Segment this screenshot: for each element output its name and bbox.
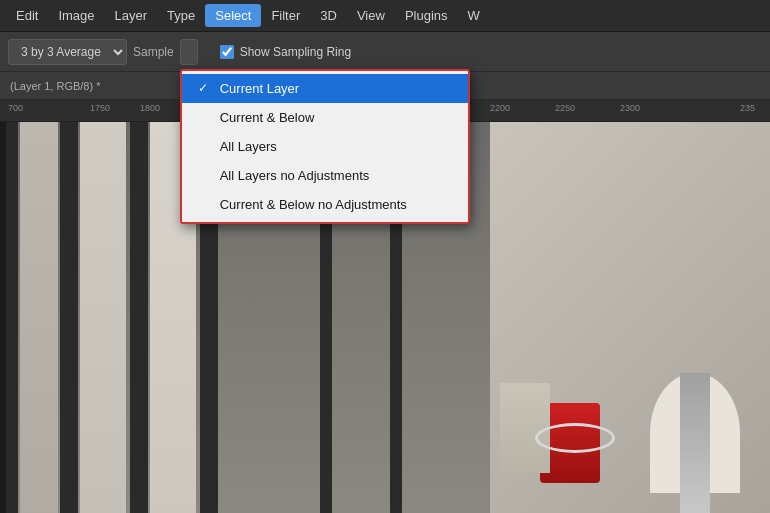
- stripe-3: [130, 122, 148, 513]
- dropdown-item-current-below-no-adj[interactable]: Current & Below no Adjustments: [182, 190, 468, 219]
- sample-size-select[interactable]: 3 by 3 Average: [8, 39, 127, 65]
- dropdown-item-label: Current & Below: [220, 110, 315, 125]
- menu-bar: Edit Image Layer Type Select Filter 3D V…: [0, 0, 770, 32]
- dropdown-item-current-layer[interactable]: ✓ Current Layer: [182, 74, 468, 103]
- dropdown-item-label: Current Layer: [220, 81, 299, 96]
- menu-filter[interactable]: Filter: [261, 4, 310, 27]
- menu-edit[interactable]: Edit: [6, 4, 48, 27]
- show-sampling-ring-text: Show Sampling Ring: [240, 45, 351, 59]
- menu-type[interactable]: Type: [157, 4, 205, 27]
- show-sampling-ring-checkbox[interactable]: [220, 45, 234, 59]
- doc-bar-text: (Layer 1, RGB/8) *: [10, 80, 100, 92]
- menu-image[interactable]: Image: [48, 4, 104, 27]
- pillar-1: [20, 122, 58, 513]
- dropdown-item-current-below[interactable]: Current & Below: [182, 103, 468, 132]
- menu-3d[interactable]: 3D: [310, 4, 347, 27]
- dropdown-item-label: All Layers: [220, 139, 277, 154]
- ruler-tick-1750: 1750: [90, 103, 110, 113]
- menu-w[interactable]: W: [458, 4, 490, 27]
- sample-dropdown-wrapper: ✓ Current Layer Current & Below All Laye…: [180, 39, 198, 65]
- wheel-shape: [535, 423, 615, 453]
- sample-dropdown-menu: ✓ Current Layer Current & Below All Laye…: [180, 69, 470, 224]
- dropdown-item-label: Current & Below no Adjustments: [220, 197, 407, 212]
- dropdown-item-all-layers-no-adj[interactable]: All Layers no Adjustments: [182, 161, 468, 190]
- ruler-tick-1800: 1800: [140, 103, 160, 113]
- ruler-tick-2300: 2300: [620, 103, 640, 113]
- sample-dropdown-trigger[interactable]: [180, 39, 198, 65]
- menu-view[interactable]: View: [347, 4, 395, 27]
- pillar-2: [80, 122, 126, 513]
- ruler-tick-2200: 2200: [490, 103, 510, 113]
- checkmark-icon: ✓: [198, 81, 214, 95]
- dropdown-item-all-layers[interactable]: All Layers: [182, 132, 468, 161]
- ruler-tick-700: 700: [8, 103, 23, 113]
- show-sampling-ring-label[interactable]: Show Sampling Ring: [220, 45, 351, 59]
- menu-plugins[interactable]: Plugins: [395, 4, 458, 27]
- left-edge-bar: [0, 122, 6, 513]
- toolbar: 3 by 3 Average Sample ✓ Current Layer Cu…: [0, 32, 770, 72]
- stripe-2: [60, 122, 78, 513]
- menu-layer[interactable]: Layer: [105, 4, 158, 27]
- ruler-tick-235: 235: [740, 103, 755, 113]
- sample-label: Sample: [133, 45, 174, 59]
- lamp-stand: [680, 373, 710, 513]
- dropdown-item-label: All Layers no Adjustments: [220, 168, 370, 183]
- ruler-tick-2250: 2250: [555, 103, 575, 113]
- menu-select[interactable]: Select: [205, 4, 261, 27]
